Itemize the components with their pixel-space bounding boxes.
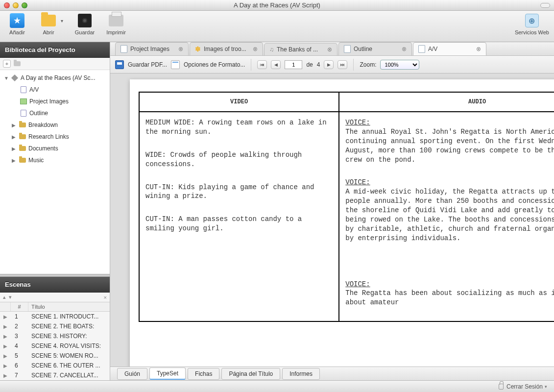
folder-icon	[19, 134, 26, 139]
close-tab-icon[interactable]: ⊗	[327, 46, 332, 53]
chevron-down-icon[interactable]: ▼	[4, 75, 9, 81]
chevron-down-icon[interactable]: ▾	[545, 384, 547, 389]
new-folder-icon[interactable]	[14, 61, 21, 66]
sidebar: Biblioteca del Proyecto + ▼ A Day at the…	[0, 42, 110, 380]
add-button[interactable]: ★ Añadir	[5, 13, 29, 35]
chevron-right-icon[interactable]: ▶	[0, 353, 11, 359]
scene-row[interactable]: ▶6SCENE 6. THE OUTER ...	[0, 361, 110, 370]
video-column: MEDIUM WIDE: A rowing team rows on a lak…	[139, 112, 339, 321]
tree-item-music[interactable]: ▶Music	[0, 154, 110, 166]
scene-row[interactable]: ▶4SCENE 4. ROYAL VISITS:	[0, 341, 110, 351]
document-icon	[120, 45, 127, 53]
document-viewport[interactable]: 1 VIDEO AUDIO MEDIUM WIDE: A rowing team…	[110, 74, 554, 367]
close-tab-icon[interactable]: ⊗	[253, 46, 258, 52]
close-tab-icon[interactable]: ⊗	[178, 46, 183, 52]
open-button[interactable]: Abrir	[36, 13, 61, 35]
minimize-window-icon[interactable]	[13, 2, 19, 8]
tree-root[interactable]: ▼ A Day at the Races (AV Sc...	[0, 72, 110, 84]
music-icon: ♫	[269, 46, 274, 53]
format-options-button[interactable]: Opciones de Formato...	[184, 61, 245, 68]
first-page-button[interactable]: ⏮	[257, 60, 267, 69]
next-page-button[interactable]: ▶	[324, 60, 334, 69]
open-dropdown-icon[interactable]: ▾	[58, 13, 66, 28]
prev-page-button[interactable]: ◀	[271, 60, 281, 69]
web-services-button[interactable]: ⊕ Servicios Web	[515, 13, 549, 35]
voice-label: VOICE:	[345, 178, 370, 186]
tab-a-v[interactable]: A/V⊗	[413, 42, 486, 55]
chevron-right-icon[interactable]: ▶	[12, 158, 17, 163]
close-tab-icon[interactable]: ⊗	[476, 46, 481, 52]
audio-column: VOICE:The annual Royal St. John's Regatt…	[339, 112, 554, 321]
folder-icon	[19, 122, 26, 127]
chevron-right-icon[interactable]: ▶	[0, 324, 11, 329]
logout-button[interactable]: Cerrar Sesión	[506, 383, 543, 390]
document-toolbar: Guardar PDF... Opciones de Formato... ⏮ …	[110, 56, 554, 74]
chevron-right-icon[interactable]: ▶	[0, 314, 11, 319]
tab-outline[interactable]: Outline⊗	[338, 42, 412, 55]
scene-number: 4	[11, 343, 28, 349]
document-tabs: Project Images⊗✽Images of troo...⊗♫The B…	[110, 42, 554, 56]
tree-item-a/v[interactable]: A/V	[0, 84, 110, 96]
tree-item-label: Outline	[29, 110, 48, 117]
project-tree: ▼ A Day at the Races (AV Sc... A/VProjec…	[0, 70, 110, 274]
globe-icon: ⊕	[525, 14, 539, 27]
chevron-right-icon[interactable]: ▶	[0, 334, 11, 339]
document-icon	[344, 45, 351, 53]
open-label: Abrir	[43, 29, 54, 35]
zoom-window-icon[interactable]	[22, 2, 27, 8]
chevron-right-icon[interactable]: ▶	[0, 363, 11, 368]
page-input[interactable]	[285, 60, 302, 69]
folder-icon	[19, 146, 26, 151]
tab-images-of-troo-[interactable]: ✽Images of troo...⊗	[190, 42, 263, 55]
disk-icon	[78, 14, 92, 27]
tree-item-outline[interactable]: Outline	[0, 107, 110, 119]
tab-label: Project Images	[130, 46, 169, 52]
tree-item-documents[interactable]: ▶Documents	[0, 143, 110, 154]
tab-label: The Banks of ...	[277, 46, 318, 53]
scenes-header: Escenas	[0, 277, 110, 293]
library-header: Biblioteca del Proyecto	[0, 42, 110, 58]
scenes-close-icon[interactable]: ×	[104, 294, 107, 300]
scene-row[interactable]: ▶1SCENE 1. INTRODUCT...	[0, 312, 110, 321]
toolbar-toggle-icon[interactable]	[540, 3, 550, 8]
chevron-right-icon[interactable]: ▶	[0, 373, 11, 378]
tree-item-project-images[interactable]: Project Images	[0, 96, 110, 107]
tree-item-research-links[interactable]: ▶Research Links	[0, 131, 110, 143]
scene-row[interactable]: ▶7SCENE 7. CANCELLAT...	[0, 370, 110, 380]
close-window-icon[interactable]	[4, 2, 10, 8]
tab-project-images[interactable]: Project Images⊗	[115, 42, 189, 55]
tab-informes[interactable]: Informes	[282, 368, 320, 380]
chevron-right-icon[interactable]: ▶	[12, 146, 17, 151]
folder-icon	[19, 158, 26, 163]
save-pdf-icon	[115, 60, 124, 69]
add-item-button[interactable]: +	[3, 60, 11, 68]
scene-row[interactable]: ▶3SCENE 3. HISTORY:	[0, 331, 110, 341]
scene-row[interactable]: ▶2SCENE 2. THE BOATS:	[0, 321, 110, 331]
scene-prev-icon[interactable]: ▴	[3, 294, 6, 300]
chevron-right-icon[interactable]: ▶	[0, 343, 11, 349]
document-icon	[21, 86, 26, 93]
document-icon	[418, 45, 425, 53]
scene-list: ▶1SCENE 1. INTRODUCT...▶2SCENE 2. THE BO…	[0, 312, 110, 380]
last-page-button[interactable]: ⏭	[337, 60, 347, 69]
tree-item-label: Documents	[28, 145, 58, 152]
scene-next-icon[interactable]: ▾	[9, 294, 12, 300]
tree-item-breakdown[interactable]: ▶Breakdown	[0, 119, 110, 131]
tab-pagina-titulo[interactable]: Página del Título	[221, 368, 280, 380]
print-button[interactable]: Imprimir	[104, 13, 128, 35]
chevron-right-icon[interactable]: ▶	[12, 122, 17, 128]
scene-title: SCENE 5: WOMEN RO...	[28, 352, 110, 359]
save-pdf-button[interactable]: Guardar PDF...	[128, 61, 167, 68]
chevron-right-icon[interactable]: ▶	[12, 134, 17, 140]
save-button[interactable]: Guardar	[72, 13, 97, 35]
scene-row[interactable]: ▶5SCENE 5: WOMEN RO...	[0, 351, 110, 361]
audio-paragraph: VOICE:The annual Royal St. John's Regatt…	[345, 118, 554, 164]
page-total: 4	[317, 61, 320, 68]
tab-typeset[interactable]: TypeSet	[149, 368, 186, 380]
tab-fichas[interactable]: Fichas	[188, 368, 219, 380]
zoom-select[interactable]: 100%	[380, 60, 419, 70]
tab-guion[interactable]: Guión	[117, 368, 147, 380]
close-tab-icon[interactable]: ⊗	[402, 46, 407, 52]
tab-the-banks-of-[interactable]: ♫The Banks of ...⊗	[264, 43, 337, 55]
scene-title: SCENE 7. CANCELLAT...	[28, 372, 110, 379]
